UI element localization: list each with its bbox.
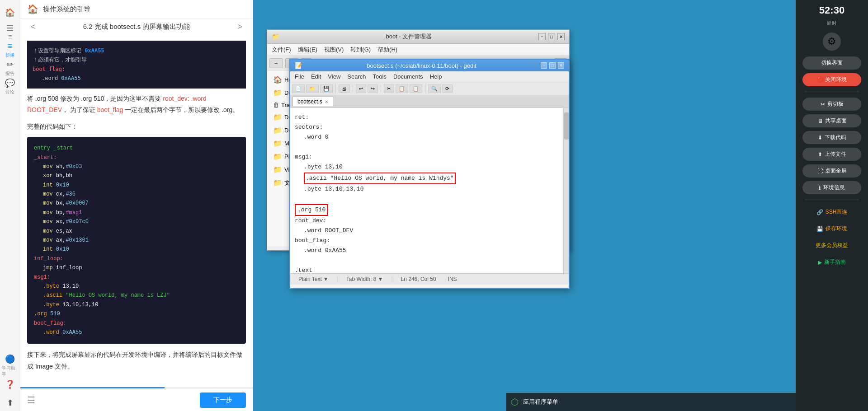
toolbar-back[interactable]: ← [269,58,283,68]
scroll-thumb[interactable] [564,112,569,140]
nav-title: 6.2 完成 bootsect.s 的屏幕输出功能 [39,23,234,31]
taskbar-apps-icon[interactable]: ⬡ [511,397,519,407]
prev-arrow[interactable]: < [27,22,39,32]
editor-line-root-dev: root_dev: [295,216,564,226]
gedit-menu-search[interactable]: Search [347,73,366,80]
status-mode-label: INS [448,276,457,282]
btn-clipboard[interactable]: ✂ 剪切板 [802,98,861,111]
toolbar-divider2 [353,84,353,93]
sidebar-chapters[interactable]: ☰ ☰ [2,23,18,39]
btn-download[interactable]: ⬇ 下载代码 [802,131,861,144]
gedit-paste[interactable]: 📋 [410,84,422,93]
editor-line-ascii: .ascii "Hello OS world, my name is W1ndy… [295,173,564,184]
code-mov-ax2: mov ax,#0x1301 [34,236,239,245]
sidebar-upload[interactable]: ⬆ [2,395,18,411]
btn-env-info[interactable]: ℹ 环境信息 [802,181,861,194]
gedit-editor[interactable]: ret: sectors: .word 0 msg1: .byte 13,10 … [290,108,569,273]
home-icon-top[interactable]: 🏠 [27,4,38,14]
gedit-save[interactable]: 💾 [320,84,333,93]
tab-label: bootsect.s [297,98,322,105]
menu-file[interactable]: 文件(F) [272,46,291,54]
file-manager-close[interactable]: ✕ [557,33,565,40]
menu-help[interactable]: 帮助(H) [377,46,397,54]
status-tab-label: Tab Width: 8 [346,276,377,282]
gedit-menu-view[interactable]: View [328,73,340,80]
gedit-print[interactable]: 🖨 [339,84,350,93]
gedit-maximize[interactable]: □ [549,62,556,69]
next-button[interactable]: 下一步 [200,392,246,408]
gedit-open[interactable]: 📁 [306,84,319,93]
list-icon[interactable]: ☰ [27,395,35,406]
code-line-comment2: ！必须有它，才能引导 [33,55,241,64]
menu-goto[interactable]: 转到(G) [350,46,371,54]
btn-close[interactable]: 🔴 关闭环境 [802,73,861,86]
status-divider2: | [391,276,392,282]
gedit-controls: － □ ✕ [541,62,564,69]
tab-close-icon[interactable]: ✕ [325,99,328,104]
menu-view[interactable]: 视图(V) [324,46,344,54]
gedit-menu-tools[interactable]: Tools [373,73,387,80]
info-icon: ℹ [819,185,821,191]
editor-line-blank3 [295,256,564,266]
next-arrow[interactable]: > [234,22,246,32]
ascii-highlight-box: .ascii "Hello OS world, my name is W1ndy… [304,173,456,184]
gedit-window[interactable]: 📝 bootsect.s (~/oslab/linux-0.11/boot) -… [289,59,570,289]
gedit-tab-bootsect[interactable]: bootsect.s ✕ [292,97,333,106]
file-manager-menu: 文件(F) 编辑(E) 视图(V) 转到(G) 帮助(H) [267,44,569,56]
gedit-title: bootsect.s (~/oslab/linux-0.11/boot) - g… [302,62,541,69]
folder-icon-desktop: 📁 [273,89,282,97]
btn-share[interactable]: 🖥 共享桌面 [802,114,861,127]
content-area: ！设置引导扇区标记 0xAA55 ！必须有它，才能引导 boot_flag: .… [20,36,253,388]
status-tab[interactable]: Tab Width: 8 ▼ [343,275,387,283]
sidebar-report[interactable]: ✏ 报告 [2,60,18,76]
gedit-menu-file[interactable]: File [295,73,304,80]
gedit-cut[interactable]: ✂ [384,84,394,93]
btn-save[interactable]: 💾 保存环境 [802,222,861,235]
gedit-menu-help[interactable]: Help [430,73,442,80]
file-manager-maximize[interactable]: □ [548,33,555,40]
gedit-titlebar[interactable]: 📝 bootsect.s (~/oslab/linux-0.11/boot) -… [290,60,569,71]
gedit-copy[interactable]: 📋 [396,84,408,93]
code-mov-ah: mov ah,#0x03 [34,162,239,171]
editor-scrollbar[interactable] [563,108,569,273]
upload-icon: ⬆ [818,151,822,158]
trash-icon: 🗑 [273,102,279,108]
gedit-menu-edit[interactable]: Edit [311,73,321,80]
editor-line-text: .text [295,266,564,273]
menu-edit[interactable]: 编辑(E) [298,46,317,54]
file-manager-title: boot - 文件管理器 [279,33,538,41]
gedit-replace[interactable]: ⟳ [442,84,453,93]
btn-upload[interactable]: ⬆ 上传文件 [802,148,861,161]
main-code-block: entry _start _start: mov ah,#0x03 xor bh… [27,137,246,344]
gedit-find[interactable]: 🔍 [428,84,441,93]
gedit-menu-docs[interactable]: Documents [393,73,423,80]
btn-switch[interactable]: 切换界面 [802,56,861,70]
ssh-icon: 🔗 [816,209,823,215]
report-icon: ✏ [7,60,14,70]
btn-ssh[interactable]: 🔗 SSH直连 [802,206,861,219]
avatar-icon[interactable]: ⚙ [823,33,841,51]
sidebar-steps[interactable]: ≡ 步骤 [2,42,18,58]
gedit-redo[interactable]: ↪ [368,84,378,93]
code-org: .org 510 [34,309,239,318]
sidebar-help[interactable]: ❓ [2,376,18,392]
share-icon: 🖥 [817,118,823,124]
gedit-statusbar: Plain Text ▼ | Tab Width: 8 ▼ | Ln 246, … [290,273,569,285]
file-manager-minimize[interactable]: － [538,33,546,40]
sidebar-discuss[interactable]: 💬 讨论 [2,79,18,95]
btn-newbie[interactable]: ▶ 新手指南 [802,256,861,269]
status-format[interactable]: Plain Text ▼ [295,275,332,283]
gedit-new[interactable]: 📄 [292,84,305,93]
sidebar-home[interactable]: 🏠 [2,5,18,21]
sidebar-learn[interactable]: 🔵 学习助手 [2,358,18,374]
file-manager-controls: － □ ✕ [538,33,565,40]
btn-member[interactable]: 更多会员权益 [802,239,861,252]
gedit-close[interactable]: ✕ [558,62,564,69]
complete-label: 完整的代码如下： [27,121,246,132]
gedit-minimize[interactable]: － [541,62,547,69]
file-manager-titlebar[interactable]: 📁 boot - 文件管理器 － □ ✕ [267,30,569,44]
toolbar-divider1 [335,84,336,93]
gedit-undo[interactable]: ↩ [356,84,366,93]
btn-fullscreen[interactable]: ⛶ 桌面全屏 [802,164,861,177]
code-mov-bp: mov bp,#msg1 [34,208,239,217]
